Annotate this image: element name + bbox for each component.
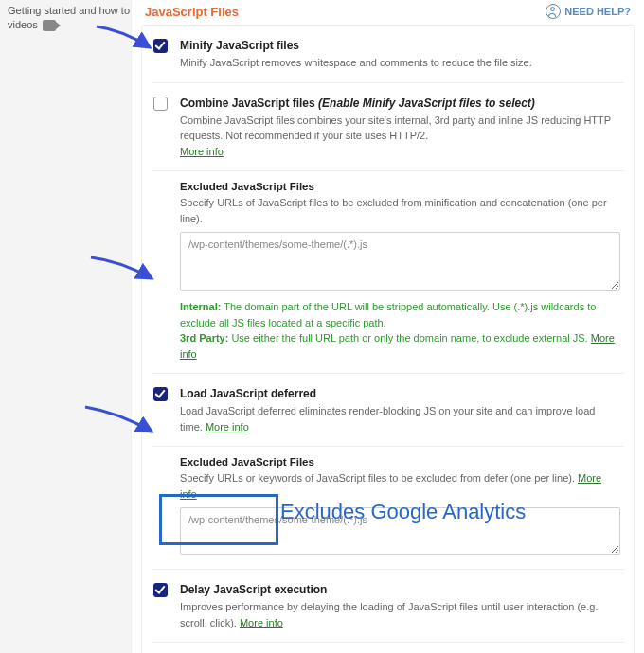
delay-js-title: Delay JavaScript execution [180,583,620,596]
section-title: JavaScript Files [145,5,239,19]
video-icon [43,20,56,31]
need-help-link[interactable]: NEED HELP? [546,4,631,19]
delay-more-info-link[interactable]: More info [240,617,283,628]
sidebar-link-label: Getting started and how to videos [8,5,130,30]
minify-js-checkbox[interactable] [153,39,168,53]
excluded-js-1-desc: Specify URLs of JavaScript files to be e… [180,195,620,226]
combine-js-title: Combine JavaScript files (Enable Minify … [180,97,620,110]
combine-js-desc: Combine JavaScript files combines your s… [180,113,620,160]
excluded-js-2-title: Excluded JavaScript Files [180,456,620,468]
minify-js-title: Minify JavaScript files [180,39,620,52]
defer-js-checkbox[interactable] [153,387,168,401]
delay-js-desc: Improves performance by delaying the loa… [180,599,620,630]
sidebar-link-getting-started[interactable]: Getting started and how to videos [0,0,140,37]
defer-js-desc: Load JavaScript deferred eliminates rend… [180,403,620,434]
excluded-js-2-desc: Specify URLs or keywords of JavaScript f… [180,470,620,502]
combine-js-checkbox[interactable] [153,97,168,111]
excluded-js-1-textarea[interactable] [180,232,620,291]
defer-more-info-link[interactable]: More info [206,421,249,432]
need-help-label: NEED HELP? [564,6,631,17]
excluded-js-1-hint: Internal: The domain part of the URL wil… [180,299,620,362]
minify-js-desc: Minify JavaScript removes whitespace and… [180,55,620,71]
combine-more-info-link[interactable]: More info [180,146,224,157]
delay-js-checkbox[interactable] [153,583,168,597]
excluded-js-1-title: Excluded JavaScript Files [180,181,620,192]
defer-js-title: Load JavaScript deferred [180,387,620,400]
help-person-icon [546,4,561,19]
excluded-js-2-textarea[interactable] [180,507,620,555]
